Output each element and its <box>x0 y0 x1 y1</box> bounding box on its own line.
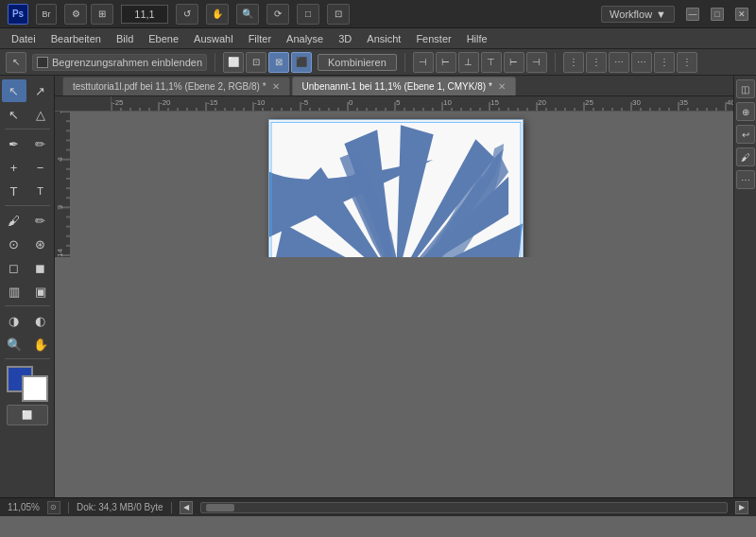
menu-filter[interactable]: Filter <box>241 31 279 46</box>
transform-opt-1[interactable]: ⬜ <box>223 52 244 73</box>
hand-tool-btn[interactable]: ✋ <box>206 4 229 25</box>
dist-opt-6[interactable]: ⋮ <box>677 52 697 73</box>
layers-panel-btn[interactable]: ◫ <box>736 79 755 98</box>
tool-sep-4 <box>5 358 50 359</box>
freeform-pen-tool[interactable]: ✏ <box>28 132 53 155</box>
burn-tool[interactable]: ◐ <box>28 309 53 332</box>
align-opt-4[interactable]: ⊤ <box>481 52 502 73</box>
background-color[interactable] <box>22 375 48 402</box>
history-panel-btn[interactable]: ↩ <box>736 125 755 144</box>
br-logo: Br <box>36 4 57 25</box>
align-opt-2[interactable]: ⊢ <box>436 52 456 73</box>
pencil-tool[interactable]: ✏ <box>28 209 53 232</box>
zoom-value: 11,05% <box>8 502 40 512</box>
tabs-bar: testtutoria1l.pdf bei 11,1% (Ebene 2, RG… <box>55 76 733 96</box>
tab-1[interactable]: testtutoria1l.pdf bei 11,1% (Ebene 2, RG… <box>62 77 290 95</box>
transform-opt-3[interactable]: ⊠ <box>268 52 289 73</box>
rotate2-tool-btn[interactable]: ⟳ <box>266 4 289 25</box>
close-button[interactable]: ✕ <box>735 8 748 21</box>
grid-icon-btn[interactable]: ⊞ <box>91 4 113 25</box>
spiral-artwork <box>269 120 523 257</box>
transform-tool-btn[interactable]: ⊡ <box>327 4 350 25</box>
kombinieren-button[interactable]: Kombinieren <box>318 54 397 71</box>
transform-opt-4[interactable]: ⬛ <box>291 52 312 73</box>
horizontal-type-tool[interactable]: T <box>2 180 26 202</box>
align-opt-1[interactable]: ⊣ <box>413 52 434 73</box>
tool-pair-11: 🔍 ✋ <box>2 333 53 355</box>
scroll-thumb-h[interactable] <box>206 504 234 511</box>
brush-tool[interactable]: 🖌 <box>2 209 26 232</box>
menu-bearbeiten[interactable]: Bearbeiten <box>43 31 109 46</box>
bg-eraser-tool[interactable]: ◼ <box>28 256 53 279</box>
align-opt-5[interactable]: ⊢ <box>504 52 524 73</box>
ruler-h-canvas <box>112 96 733 112</box>
menu-fenster[interactable]: Fenster <box>408 31 458 46</box>
tool-sep-3 <box>5 305 50 306</box>
shape-tool-btn[interactable]: □ <box>297 4 319 25</box>
tool-pair-3: ✒ ✏ <box>2 132 53 155</box>
fill-tool[interactable]: ▣ <box>28 280 53 303</box>
zoom-tool[interactable]: 🔍 <box>2 333 26 355</box>
menu-datei[interactable]: Datei <box>4 31 43 46</box>
align-opt-3[interactable]: ⊥ <box>458 52 479 73</box>
options-icon-btn[interactable]: ⚙ <box>64 4 87 25</box>
selection-tool-opt[interactable]: ↖ <box>6 52 26 73</box>
dist-opt-1[interactable]: ⋮ <box>563 52 584 73</box>
tool-pair-5: T T <box>2 180 53 202</box>
transform-opt-2[interactable]: ⊡ <box>246 52 266 73</box>
minimize-button[interactable]: — <box>686 8 699 21</box>
dist-opt-5[interactable]: ⋮ <box>654 52 675 73</box>
channels-panel-btn[interactable]: ⊕ <box>736 102 755 121</box>
brush-panel-btn[interactable]: 🖌 <box>736 147 755 166</box>
heal-tool[interactable]: ⊛ <box>28 233 53 255</box>
path-selection-tool[interactable]: ↖ <box>2 103 26 126</box>
workflow-button[interactable]: Workflow ▼ <box>601 6 675 23</box>
separator-1 <box>215 53 215 72</box>
canvas-container: testtutoria1l.pdf bei 11,1% (Ebene 2, RG… <box>55 76 733 497</box>
menu-auswahl[interactable]: Auswahl <box>186 31 241 46</box>
quick-mask-button[interactable]: ⬜ <box>7 405 48 425</box>
pen-tool[interactable]: ✒ <box>2 132 26 155</box>
path-direct-tool[interactable]: △ <box>28 103 53 126</box>
ps-logo: Ps <box>8 4 28 25</box>
menu-analyse[interactable]: Analyse <box>279 31 331 46</box>
menu-ebene[interactable]: Ebene <box>141 31 186 46</box>
begrenzungsrahmen-checkbox[interactable]: Begrenzungsrahmen einblenden <box>32 54 207 71</box>
right-panel: ◫ ⊕ ↩ 🖌 ⋯ <box>733 76 756 497</box>
menu-ansicht[interactable]: Ansicht <box>359 31 408 46</box>
tab-2[interactable]: Unbenannt-1 bei 11,1% (Ebene 1, CMYK/8) … <box>292 77 516 95</box>
scroll-right-arrow[interactable]: ▶ <box>735 501 748 514</box>
add-anchor-tool[interactable]: + <box>2 156 26 179</box>
dodge-tool[interactable]: ◑ <box>2 309 26 332</box>
doc-info: Dok: 34,3 MB/0 Byte <box>77 502 163 512</box>
delete-anchor-tool[interactable]: − <box>28 156 53 179</box>
zoom-tool-btn[interactable]: 🔍 <box>236 4 259 25</box>
maximize-button[interactable]: □ <box>711 8 724 21</box>
workflow-label: Workflow <box>610 9 652 20</box>
menu-3d[interactable]: 3D <box>331 31 359 46</box>
scroll-bar-h[interactable] <box>200 502 728 513</box>
rotate-tool-btn[interactable]: ↺ <box>176 4 198 25</box>
scroll-left-arrow[interactable]: ◀ <box>180 501 193 514</box>
clone-tool[interactable]: ⊙ <box>2 233 26 255</box>
dist-opt-3[interactable]: ⋯ <box>609 52 629 73</box>
direct-selection-tool[interactable]: ↗ <box>28 79 53 102</box>
canvas-scroll-area[interactable] <box>70 112 733 257</box>
hand-tool[interactable]: ✋ <box>28 333 53 355</box>
selection-tool[interactable]: ↖ <box>2 79 26 102</box>
options-bar: ↖ Begrenzungsrahmen einblenden ⬜ ⊡ ⊠ ⬛ K… <box>0 49 756 76</box>
font-size-input[interactable] <box>121 5 168 24</box>
menu-hilfe[interactable]: Hilfe <box>459 31 495 46</box>
zoom-indicator-btn[interactable]: ⊙ <box>47 501 60 514</box>
color-swatch[interactable] <box>7 366 48 402</box>
eraser-tool[interactable]: ◻ <box>2 256 26 279</box>
extra-panel-btn[interactable]: ⋯ <box>736 170 755 189</box>
gradient-tool[interactable]: ▥ <box>2 280 26 303</box>
align-opt-6[interactable]: ⊣ <box>526 52 547 73</box>
vertical-type-tool[interactable]: T <box>28 180 53 202</box>
dist-opt-2[interactable]: ⋮ <box>586 52 607 73</box>
dist-opt-4[interactable]: ⋯ <box>631 52 652 73</box>
tab-1-close[interactable]: ✕ <box>272 81 280 92</box>
tab-2-close[interactable]: ✕ <box>498 81 506 92</box>
menu-bild[interactable]: Bild <box>109 31 141 46</box>
